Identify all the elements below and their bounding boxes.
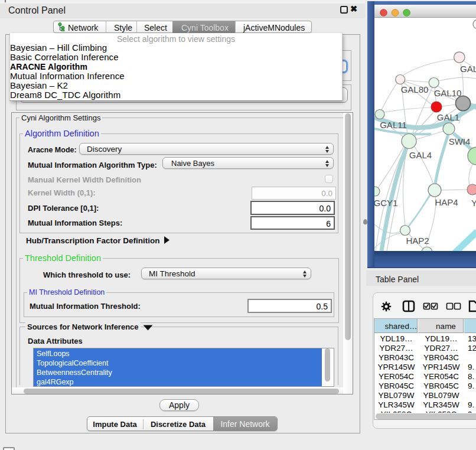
svg-text:GAL4: GAL4 xyxy=(409,150,432,160)
svg-text:GAL80: GAL80 xyxy=(401,84,429,94)
svg-text:GAL1: GAL1 xyxy=(437,112,459,122)
svg-text:Y: Y xyxy=(471,198,476,208)
svg-text:HAP4: HAP4 xyxy=(435,197,458,207)
svg-text:GCY1: GCY1 xyxy=(374,198,397,208)
svg-text:GAL11: GAL11 xyxy=(380,120,407,130)
svg-text:GAL10: GAL10 xyxy=(434,88,462,98)
svg-text:HAP2: HAP2 xyxy=(406,236,429,246)
svg-text:SWI4: SWI4 xyxy=(449,136,471,146)
svg-text:GAL: GAL xyxy=(460,64,476,74)
